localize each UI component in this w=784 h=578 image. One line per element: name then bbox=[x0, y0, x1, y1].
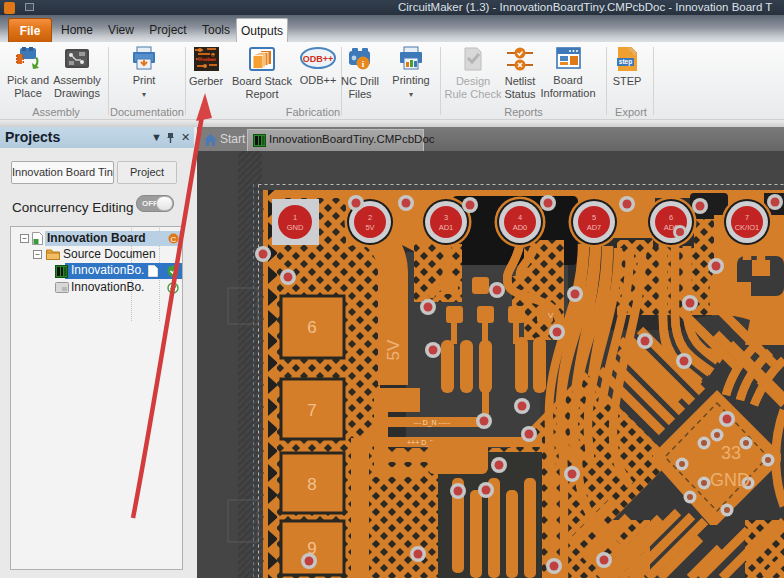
svg-text:CK/IO1: CK/IO1 bbox=[735, 223, 760, 232]
svg-text:3: 3 bbox=[444, 213, 448, 222]
svg-text:5V: 5V bbox=[384, 339, 403, 360]
svg-text:5V: 5V bbox=[365, 223, 374, 232]
svg-text:8: 8 bbox=[307, 475, 316, 494]
svg-text:AD1: AD1 bbox=[439, 223, 454, 232]
svg-text:7: 7 bbox=[745, 213, 749, 222]
svg-text:--- D_N -----: --- D_N ----- bbox=[414, 419, 451, 427]
svg-text:6: 6 bbox=[307, 318, 316, 337]
svg-text:GND: GND bbox=[287, 223, 304, 232]
svg-text:C: C bbox=[171, 235, 177, 244]
svg-text:5: 5 bbox=[592, 213, 596, 222]
svg-text:1: 1 bbox=[293, 213, 297, 222]
svg-text:step: step bbox=[619, 58, 632, 66]
svg-text:Gerber: Gerber bbox=[197, 56, 216, 62]
svg-text:GND: GND bbox=[710, 470, 750, 490]
svg-text:2: 2 bbox=[368, 213, 372, 222]
svg-text:AD7: AD7 bbox=[587, 223, 602, 232]
svg-text:V: V bbox=[548, 311, 554, 320]
svg-text:4: 4 bbox=[518, 213, 522, 222]
svg-text:6: 6 bbox=[669, 213, 673, 222]
svg-text:33: 33 bbox=[721, 443, 741, 463]
svg-text:7: 7 bbox=[307, 401, 316, 420]
svg-text:ODB++: ODB++ bbox=[303, 54, 334, 64]
svg-text:AD0: AD0 bbox=[513, 223, 528, 232]
